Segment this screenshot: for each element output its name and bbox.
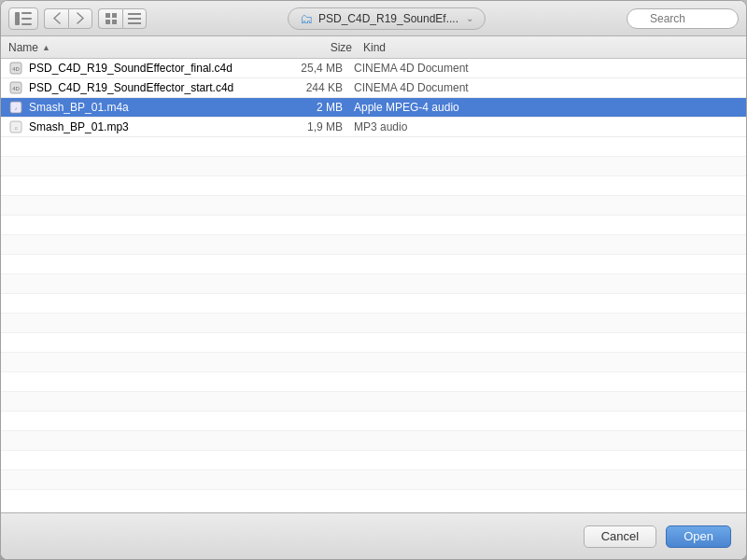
svg-text:4D: 4D <box>12 66 20 72</box>
grid-view-button[interactable] <box>98 8 122 29</box>
sort-arrow-icon: ▲ <box>42 43 50 52</box>
svg-rect-7 <box>112 20 117 24</box>
file-name: PSD_C4D_R19_SoundEffector_final.c4d <box>29 62 279 75</box>
file-size: 244 KB <box>279 81 354 94</box>
table-row[interactable]: ♪ Smash_BP_01.m4a 2 MB Apple MPEG-4 audi… <box>1 98 746 118</box>
file-kind: CINEMA 4D Document <box>354 62 739 75</box>
c4d-icon: 4D <box>8 80 23 95</box>
file-list: 4D PSD_C4D_R19_SoundEffector_final.c4d 2… <box>1 59 746 512</box>
empty-row <box>1 431 746 451</box>
svg-rect-0 <box>15 12 20 25</box>
table-row[interactable]: 4D PSD_C4D_R19_SoundEffector_final.c4d 2… <box>1 59 746 78</box>
file-kind: Apple MPEG-4 audio <box>354 101 739 114</box>
open-button[interactable]: Open <box>666 525 731 548</box>
svg-rect-6 <box>106 20 110 24</box>
view-button-group <box>98 8 147 29</box>
empty-row <box>1 157 746 176</box>
empty-row <box>1 314 746 333</box>
path-text: PSD_C4D_R19_SoundEf.... <box>318 12 458 25</box>
file-name: Smash_BP_01.mp3 <box>29 120 279 133</box>
path-bar: 🗂 PSD_C4D_R19_SoundEf.... ⌄ <box>152 7 621 30</box>
empty-row <box>1 196 746 216</box>
path-chevron-icon: ⌄ <box>466 13 473 23</box>
file-kind: CINEMA 4D Document <box>354 81 739 94</box>
c4d-icon: 4D <box>8 61 23 76</box>
table-row[interactable]: ♫ Smash_BP_01.mp3 1,9 MB MP3 audio <box>1 118 746 137</box>
sidebar-toggle-button[interactable] <box>8 7 38 30</box>
file-name: PSD_C4D_R19_SoundEffector_start.c4d <box>29 81 279 94</box>
empty-row <box>1 470 746 490</box>
file-size: 2 MB <box>279 101 354 114</box>
empty-row <box>1 412 746 431</box>
m4a-icon: ♪ <box>8 100 23 115</box>
folder-icon: 🗂 <box>300 11 313 26</box>
empty-row <box>1 451 746 470</box>
column-headers: Name ▲ Size Kind <box>1 36 746 59</box>
nav-button-group <box>44 8 92 29</box>
back-button[interactable] <box>44 8 68 29</box>
toolbar: 🗂 PSD_C4D_R19_SoundEf.... ⌄ 🔍 <box>1 1 746 36</box>
svg-rect-2 <box>21 18 32 20</box>
empty-row <box>1 255 746 274</box>
search-wrapper: 🔍 <box>627 8 739 29</box>
forward-button[interactable] <box>68 8 92 29</box>
cancel-button[interactable]: Cancel <box>584 525 656 548</box>
table-row[interactable]: 4D PSD_C4D_R19_SoundEffector_start.c4d 2… <box>1 78 746 98</box>
bottom-bar: Cancel Open <box>1 512 746 559</box>
empty-row <box>1 294 746 314</box>
file-kind: MP3 audio <box>354 120 739 133</box>
svg-rect-9 <box>128 18 141 20</box>
empty-row <box>1 137 746 157</box>
file-dialog: 🗂 PSD_C4D_R19_SoundEf.... ⌄ 🔍 Name ▲ Siz… <box>0 0 747 560</box>
size-column-header[interactable]: Size <box>289 41 363 54</box>
empty-row <box>1 353 746 372</box>
svg-rect-10 <box>128 22 141 24</box>
empty-row <box>1 176 746 196</box>
svg-rect-4 <box>106 13 110 18</box>
svg-rect-8 <box>128 13 141 15</box>
svg-rect-1 <box>21 12 32 14</box>
file-size: 25,4 MB <box>279 62 354 75</box>
empty-row <box>1 274 746 294</box>
file-name: Smash_BP_01.m4a <box>29 101 279 114</box>
file-size: 1,9 MB <box>279 120 354 133</box>
empty-row <box>1 333 746 353</box>
search-input[interactable] <box>627 8 739 29</box>
svg-text:4D: 4D <box>12 86 20 91</box>
list-view-button[interactable] <box>122 8 147 29</box>
kind-column-header[interactable]: Kind <box>363 41 739 54</box>
name-column-header[interactable]: Name ▲ <box>8 41 289 54</box>
svg-text:♫: ♫ <box>14 125 18 131</box>
path-pill[interactable]: 🗂 PSD_C4D_R19_SoundEf.... ⌄ <box>288 7 486 30</box>
empty-row <box>1 392 746 412</box>
empty-row <box>1 372 746 392</box>
svg-rect-3 <box>21 23 32 25</box>
mp3-icon: ♫ <box>8 119 23 134</box>
empty-row <box>1 216 746 235</box>
svg-rect-5 <box>112 13 117 18</box>
empty-row <box>1 235 746 255</box>
